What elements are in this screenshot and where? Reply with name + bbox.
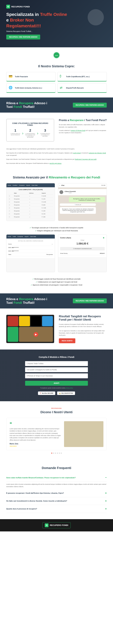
testimonial-card: ❝ Lorem ipsum dolor sit amet, consectetu… [6,418,107,450]
dashboard-screenshot: HomeCreditoriCompensiImportiCase Data CA… [6,183,55,221]
testimonial-text: Lorem ipsum dolor sit amet, consectetur … [9,428,61,441]
logo-icon: ⟲ [45,524,48,527]
hero-cta-button[interactable]: RECUPERA I MIEI RISPARMI ADESSO [6,34,40,40]
plus-icon: + [105,492,107,495]
chevron-right-icon: › [37,131,38,136]
how-to-box: COME UTILIZZARE IL SISTEMA RECUPERO FOND… [6,119,54,142]
detail-screenshot: HomeTruffeCompensiImportiCase Data DETTA… [6,234,55,272]
bank-balance: 1.084,00 € [60,242,105,245]
faq-answer: Lorem ipsum dolor sit amet consectetur a… [6,482,107,489]
results-title: Risultati Tangibili nel Recupero Fondi p… [59,315,107,321]
plus-icon: + [105,499,107,503]
video-thumbnail[interactable]: ▶ [6,315,54,343]
table-row: ☐Recuperato—€ 31,980 [8,201,53,204]
brand-logo: ⟲ RECUPERO FONDI [6,5,107,8]
body-link-3[interactable]: finalizzare il recupero dei tuoi soldi [75,158,97,160]
how-title: COME UTILIZZARE IL SISTEMA RECUPERO FOND… [10,122,51,126]
brand-name: RECUPERO FONDI [11,6,30,8]
company-input[interactable] [25,367,88,372]
cases-table: StatoIndirizzoImporto ☐Recuperato—€ 18,4… [8,192,53,219]
chat-screenshot: ‹ Chat 5:41 AM Liliana Fiorentinionline … [58,183,107,221]
carousel-dots [6,453,107,454]
ready-title: Pronto a Recuperare i Tuoi Fondi Persi? [59,119,107,122]
bank-transaction: Smart Money295,00 € [60,252,105,255]
bank-account-name: Conto Liliana [60,237,71,239]
chat-receipt: 📎 Bonifico.pdf [60,204,96,206]
hero-subtitle: Sistema Recupero Fondi Truffati... [6,30,107,32]
cta-bar-button[interactable]: RECUPERA I MIEI RISPARMI ADESSO [73,103,107,108]
table-row: ☐Recuperato—€ 4,250 [8,198,53,200]
faq-item[interactable]: Sono stato truffato tramite Binance/Coin… [6,474,107,482]
body-p1: Usa oggi stesso il nostro Servizio per i… [6,148,107,150]
chat-header: ‹ Chat 5:41 AM [58,183,107,188]
period-input[interactable] [25,374,88,378]
carousel-dot[interactable] [61,453,62,454]
table-row: ☐Recuperato—€ 18,400 [8,195,53,198]
table-row: ☐Recuperato—€ 17,300 [8,207,53,210]
hero-section: ⟲ RECUPERO FONDI Specializzata in Truffe… [0,0,113,47]
chevron-right-icon: › [22,131,23,136]
table-row: ☐Recuperato—€ 8,800 [8,204,53,206]
ssl-badge: 🔒SSL ENCRYPTED [57,392,75,395]
screenshots-row-2: HomeTruffeCompensiImportiCase Data DETTA… [6,234,107,272]
play-icon: ▶ [34,332,38,337]
body-link-1[interactable]: pochi minuti [73,152,81,154]
carousel-dot[interactable] [55,453,56,454]
body-link-4[interactable]: perché oggi stesso [50,162,62,164]
step-1: 1L'UTENTE CARICA LE SUE INFORMAZIONI [10,128,21,138]
amount-input[interactable] [25,361,88,366]
star-rating: ★★★★★ [9,445,61,447]
cta-bar-button-2[interactable]: RECUPERA I MIEI RISPARMI ADESSO [73,298,107,303]
privacy-link[interactable]: privacy policy [65,387,73,389]
cta-bar-2: Rileva e Recupera Adesso i Tuoi Fondi Tr… [0,294,113,308]
ready-box: Pronto a Recuperare i Tuoi Fondi Persi? … [59,119,107,135]
minus-icon: − [105,476,107,479]
chat-message-1: Buongiorno Liliana, ti giro la ricevuta … [69,197,105,202]
system-title: Sistema Avanzato per il Rilevamento e Re… [6,176,107,179]
faq-item[interactable]: Ho fatto vari investimenti in diverse So… [6,497,107,505]
chat-message-2: Buongiorno. Sono così contenta che abbia… [60,207,96,214]
form-disclaimer: *Compilando questo modulo accetti la nos… [25,387,88,389]
steps-row: 1L'UTENTE CARICA LE SUE INFORMAZIONI › 2… [10,128,51,138]
logo-icon: ⟲ [6,5,10,8]
check-icon: ✓ [31,284,32,286]
check-1: ✓Tecnologie avanzate per il rilevamento … [12,227,101,228]
check-3: ✓Monitoraggio costante dei flussi finanz… [12,278,101,280]
carousel-dot[interactable] [51,453,52,454]
form-submit-button[interactable]: AVANTI [25,381,88,386]
satisfaction-badge-icon: 100% [51,51,62,59]
faq-question: È possono recuperare i fondi dall'Estero… [6,492,64,494]
dashboard-tabs: HomeCreditoriCompensiImportiCase Data [6,183,55,187]
lock-icon: 🔒 [59,392,61,394]
coverage-card-bank: ⇄Dispute/Truffe Bancarie [57,83,107,93]
faq-item[interactable]: Quanto dura il processo di recupero?+ [6,505,107,513]
check-4: ✓Collaborazione con esperti legali per i… [12,281,101,283]
faq-item[interactable]: È possono recuperare i fondi dall'Estero… [6,489,107,497]
body-copy: Usa oggi stesso il nostro Servizio per i… [0,148,113,171]
carousel-dot[interactable] [57,453,58,454]
body-p2: Non importa che si tratti finanziaria e … [6,152,107,157]
carousel-dot[interactable] [53,453,54,454]
coverage-card-crypto: ₿Truffe CriptoMoneta (BTC, ecc.) [57,72,107,82]
coverage-title: Il Nostro Sistema Copre: [0,64,113,68]
detail-row: Nome— [8,242,53,246]
testimonials-title: Dicono I Nostri Utenti [6,410,107,414]
star-icon: ★ [103,236,105,239]
check-icon: ✓ [36,281,37,283]
footer-brand: RECUPERO FONDI [50,524,68,526]
table-row: ☐Recuperato—€ 7,800 [8,216,53,218]
check-5: ✓Approccio determinato nel perseguire i … [12,284,101,286]
ready-link[interactable]: capace di rilevare fondi [71,130,85,131]
check-2: ✓Indagine dettagliata per individuare ca… [12,230,101,232]
faq-title: Domande Frequenti [6,466,107,470]
hero-title: Specializzata in Truffe Online e Broker … [6,12,69,29]
step-2: 2IL SISTEMA RICERCA NEI DATABASE E PER L… [25,128,36,138]
system-section: Sistema Avanzato per il Rilevamento e Re… [0,171,113,294]
results-p1: Il nostro sistema di recupero fondi truf… [59,323,107,328]
results-cta-button[interactable]: INIZIA SUBITO [59,338,75,343]
carousel-dot[interactable] [59,453,60,454]
body-link-2[interactable]: soluzioni per rilevare i fondi [89,152,106,154]
checkmarks-2: ✓Monitoraggio costante dei flussi finanz… [6,275,107,289]
testimonials-section: RECENSIONI Dicono I Nostri Utenti ❝ Lore… [0,401,113,460]
results-p2: Con un approccio metodico e una vasta es… [59,330,107,336]
